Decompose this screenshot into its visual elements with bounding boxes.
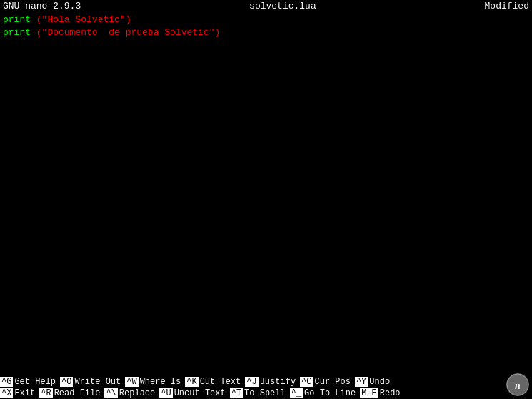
editor-area[interactable]: print ("Hola Solvetic") print ("Document… (0, 12, 532, 376)
modified-status: Modified (485, 1, 529, 11)
key-replace: ^\ (104, 388, 117, 398)
key-cut-text: ^K (185, 377, 198, 387)
label-cur-pos: Cur Pos (313, 377, 353, 387)
menu-item-go-to-line[interactable]: ^_ Go To Line (290, 388, 358, 398)
code-line-1: print ("Hola Solvetic") (3, 14, 529, 26)
nano-logo: n (506, 373, 529, 396)
key-get-help: ^G (0, 377, 13, 387)
menu-item-cur-pos[interactable]: ^C Cur Pos (300, 377, 353, 387)
key-uncut-text: ^U (159, 388, 172, 398)
key-cur-pos: ^C (300, 377, 313, 387)
menu-item-replace[interactable]: ^\ Replace (104, 388, 158, 398)
label-justify: Justify (259, 377, 298, 387)
menu-item-to-spell[interactable]: ^T To Spell (230, 388, 288, 398)
label-read-file: Read File (53, 388, 104, 398)
bottom-bar: ^G Get Help ^O Write Out ^W Where Is ^K … (0, 376, 532, 399)
key-write-out: ^O (60, 377, 73, 387)
label-exit: Exit (13, 388, 38, 398)
key-where-is: ^W (125, 377, 138, 387)
key-exit: ^X (0, 388, 13, 398)
app-version: GNU nano 2.9.3 (3, 1, 81, 11)
key-redo: M-E (360, 388, 378, 398)
label-replace: Replace (118, 388, 158, 398)
label-redo: Redo (378, 388, 403, 398)
menu-item-get-help[interactable]: ^G Get Help (0, 377, 59, 387)
label-get-help: Get Help (13, 377, 59, 387)
title-bar: GNU nano 2.9.3 solvetic.lua Modified (0, 0, 532, 12)
label-where-is: Where Is (139, 377, 184, 387)
label-cut-text: Cut Text (199, 377, 244, 387)
key-undo: ^Y (355, 377, 368, 387)
key-justify: ^J (245, 377, 258, 387)
file-name: solvetic.lua (249, 1, 316, 11)
key-to-spell: ^T (230, 388, 243, 398)
menu-row-2: ^X Exit ^R Read File ^\ Replace ^U Uncut… (0, 388, 532, 399)
code-line-2: print ("Documento de prueba Solvetic") (3, 26, 529, 39)
label-to-spell: To Spell (243, 388, 288, 398)
label-write-out: Write Out (73, 377, 124, 387)
menu-item-exit[interactable]: ^X Exit (0, 388, 38, 398)
key-go-to-line: ^_ (290, 388, 303, 398)
key-read-file: ^R (39, 388, 52, 398)
menu-item-uncut-text[interactable]: ^U Uncut Text (159, 388, 228, 398)
label-uncut-text: Uncut Text (173, 388, 229, 398)
menu-row-1: ^G Get Help ^O Write Out ^W Where Is ^K … (0, 376, 532, 388)
label-undo: Undo (368, 377, 393, 387)
label-go-to-line: Go To Line (303, 388, 358, 398)
menu-item-where-is[interactable]: ^W Where Is (125, 377, 184, 387)
menu-item-write-out[interactable]: ^O Write Out (60, 377, 124, 387)
menu-item-redo[interactable]: M-E Redo (360, 388, 403, 398)
menu-item-read-file[interactable]: ^R Read File (39, 388, 103, 398)
svg-text:n: n (515, 380, 521, 391)
menu-item-justify[interactable]: ^J Justify (245, 377, 298, 387)
menu-item-cut-text[interactable]: ^K Cut Text (185, 377, 244, 387)
menu-item-undo[interactable]: ^Y Undo (355, 377, 393, 387)
